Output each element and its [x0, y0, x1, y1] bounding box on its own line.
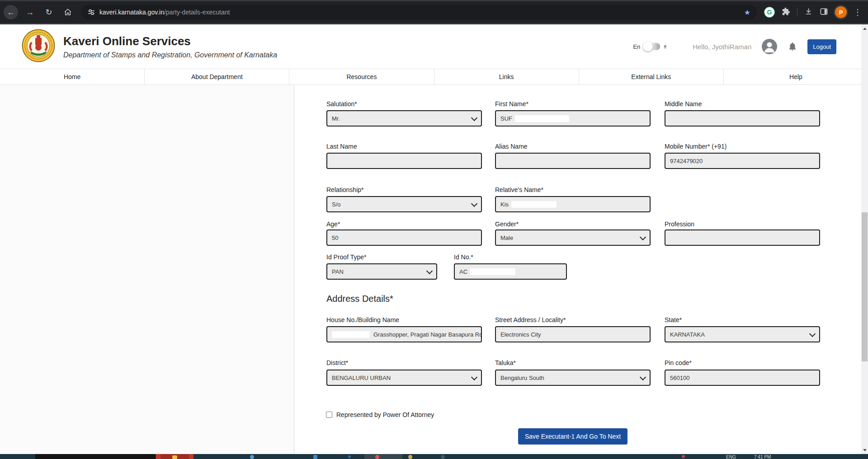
- language-kn-label: ಕ: [664, 43, 666, 50]
- form-content: Salutation* Mr. First Name* SUF Middle N…: [0, 85, 861, 454]
- nav-item-home[interactable]: Home: [0, 69, 145, 84]
- chevron-down-icon: [471, 200, 477, 206]
- browser-extension-area: G P ⋮: [762, 6, 868, 18]
- redaction-box: [470, 268, 515, 275]
- language-en-label: En: [633, 43, 640, 50]
- state-label: State*: [665, 316, 682, 323]
- site-info-icon[interactable]: [88, 9, 95, 16]
- browser-menu-icon[interactable]: ⋮: [854, 7, 862, 17]
- home-icon[interactable]: [61, 5, 75, 19]
- taskbar-clock[interactable]: 7:41 PM: [754, 454, 771, 459]
- address-details-heading: Address Details*: [326, 294, 393, 304]
- chevron-down-icon: [809, 330, 816, 337]
- toolbar-separator: [797, 8, 797, 16]
- chevron-down-icon: [426, 267, 433, 274]
- browser-nav-buttons: ← → ↻: [0, 5, 80, 19]
- chevron-down-icon: [640, 374, 646, 380]
- taluka-label: Taluka*: [495, 359, 516, 366]
- alias-name-input[interactable]: [495, 153, 651, 169]
- scrollbar-thumb[interactable]: [862, 212, 868, 361]
- taskbar-app-icon[interactable]: [156, 454, 193, 459]
- nav-item-external-links[interactable]: External Links: [579, 69, 724, 84]
- taskbar-app-icon[interactable]: [375, 455, 379, 459]
- chevron-down-icon: [640, 234, 646, 240]
- first-name-input[interactable]: SUF: [495, 110, 651, 126]
- download-icon[interactable]: [804, 7, 813, 18]
- back-icon[interactable]: ←: [4, 5, 18, 19]
- age-input[interactable]: 50: [326, 230, 482, 246]
- taskbar-app-icon[interactable]: [348, 455, 351, 458]
- middle-name-input[interactable]: [665, 110, 820, 126]
- grammarly-extension-icon[interactable]: G: [764, 7, 775, 18]
- chevron-down-icon: [471, 114, 477, 121]
- logout-button[interactable]: Logout: [807, 39, 836, 54]
- relative-name-input[interactable]: Kis: [495, 196, 651, 212]
- browser-profile-avatar[interactable]: P: [835, 6, 847, 18]
- browser-toolbar: ← → ↻ kaveri.karnataka.gov.in/party-deta…: [0, 0, 868, 24]
- relative-name-label: Relative's Name*: [495, 186, 543, 193]
- relationship-select[interactable]: S/o: [326, 196, 482, 212]
- taskbar-app-icon[interactable]: [408, 455, 412, 459]
- redaction-box: [511, 201, 557, 208]
- gender-label: Gender*: [495, 220, 519, 228]
- gender-select[interactable]: Male: [495, 230, 651, 246]
- page-scrollbar[interactable]: [861, 24, 868, 454]
- left-panel: [0, 85, 294, 454]
- taskbar-search-box[interactable]: [35, 454, 156, 459]
- taskbar-app-icon[interactable]: [250, 455, 254, 459]
- notification-bell-icon[interactable]: [788, 42, 797, 52]
- district-select[interactable]: BENGALURU URBAN: [326, 370, 482, 386]
- last-name-label: Last Name: [326, 143, 357, 150]
- site-titles: Kaveri Online Services Department of Sta…: [63, 34, 277, 59]
- url-text: kaveri.karnataka.gov.in/party-details-ex…: [99, 9, 741, 16]
- poa-checkbox[interactable]: [326, 412, 332, 418]
- street-address-input[interactable]: Electronics City: [495, 326, 651, 342]
- header-right: En ಕ Hello, JyothiRaman Logout: [633, 38, 836, 55]
- reload-icon[interactable]: ↻: [42, 5, 56, 19]
- id-proof-type-label: Id Proof Type*: [326, 253, 366, 261]
- nav-item-resources[interactable]: Resources: [289, 69, 434, 84]
- screen: ← → ↻ kaveri.karnataka.gov.in/party-deta…: [0, 0, 868, 459]
- taskbar-active-app[interactable]: [364, 454, 402, 459]
- taskbar-tray-icon[interactable]: [682, 455, 685, 458]
- nav-item-about-department[interactable]: About Department: [145, 69, 289, 84]
- address-bar[interactable]: kaveri.karnataka.gov.in/party-details-ex…: [81, 5, 757, 20]
- side-panel-icon[interactable]: [820, 7, 828, 18]
- taskbar-app-icon[interactable]: [441, 455, 445, 459]
- chevron-down-icon: [471, 374, 477, 380]
- poa-row: Represented by Power Of Attorney: [326, 411, 434, 418]
- pincode-input[interactable]: 560100: [665, 370, 820, 386]
- id-no-input[interactable]: AC: [454, 263, 567, 280]
- district-label: District*: [326, 359, 348, 366]
- scrollbar-up-arrow-icon[interactable]: [861, 25, 868, 32]
- age-label: Age*: [326, 220, 340, 228]
- state-select[interactable]: KARNATAKA: [665, 326, 820, 342]
- language-switcher: En ಕ: [633, 43, 666, 50]
- middle-name-label: Middle Name: [665, 100, 702, 108]
- forward-icon[interactable]: →: [23, 5, 37, 19]
- bookmark-star-icon[interactable]: ★: [744, 8, 750, 17]
- site-header: Kaveri Online Services Department of Sta…: [0, 24, 868, 69]
- house-no-input[interactable]: Grasshopper, Pragati Nagar Basapura Rc: [326, 326, 482, 342]
- windows-taskbar: ENG 7:41 PM: [0, 454, 868, 459]
- taskbar-app-icon[interactable]: [313, 455, 317, 459]
- profession-input[interactable]: [665, 230, 820, 246]
- nav-item-help[interactable]: Help: [724, 69, 868, 84]
- taskbar-language[interactable]: ENG: [726, 454, 736, 459]
- page-subtitle: Department of Stamps and Registration, G…: [63, 51, 277, 59]
- language-toggle[interactable]: [644, 43, 660, 50]
- toggle-knob: [643, 42, 653, 52]
- extensions-puzzle-icon[interactable]: [782, 7, 790, 18]
- nav-item-links[interactable]: Links: [434, 69, 579, 84]
- last-name-input[interactable]: [326, 153, 482, 169]
- mobile-number-input[interactable]: 9742479020: [665, 153, 820, 169]
- main-navigation: Home About Department Resources Links Ex…: [0, 69, 868, 85]
- url-domain: kaveri.karnataka.gov.in: [99, 9, 164, 16]
- scrollbar-down-arrow-icon[interactable]: [861, 447, 868, 453]
- salutation-label: Salutation*: [326, 100, 357, 108]
- salutation-select[interactable]: Mr.: [326, 110, 482, 126]
- save-executant-button[interactable]: Save Executant-1 And Go To Next: [518, 428, 627, 445]
- id-proof-type-select[interactable]: PAN: [326, 263, 437, 280]
- taluka-select[interactable]: Bengaluru South: [495, 370, 651, 386]
- user-avatar-icon[interactable]: [761, 38, 778, 55]
